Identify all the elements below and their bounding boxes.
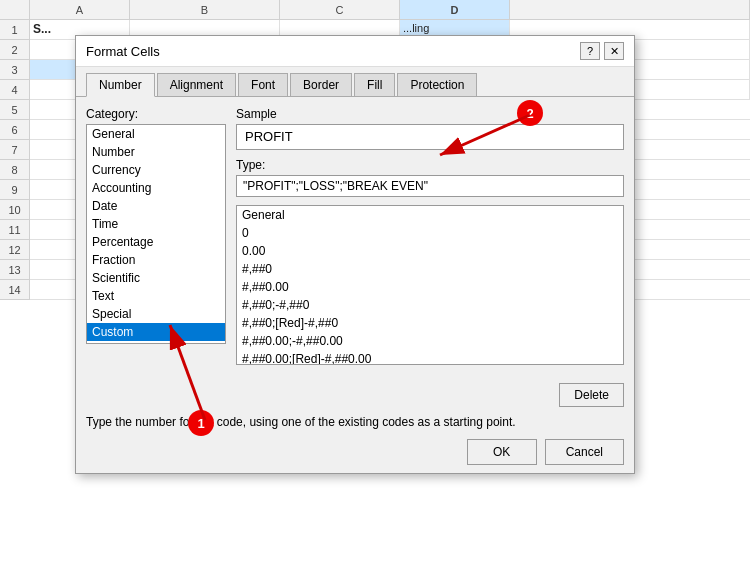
category-number[interactable]: Number xyxy=(87,143,225,161)
category-fraction[interactable]: Fraction xyxy=(87,251,225,269)
row-5: 5 xyxy=(0,100,30,120)
cancel-button[interactable]: Cancel xyxy=(545,439,624,465)
dialog-footer: Delete Type the number format code, usin… xyxy=(76,375,634,473)
row-13: 13 xyxy=(0,260,30,280)
col-header-d: D xyxy=(400,0,510,20)
format-hash-dec-red[interactable]: #,##0.00;[Red]-#,##0.00 xyxy=(237,350,623,365)
category-panel: Category: General Number Currency Accoun… xyxy=(86,107,226,365)
row-8: 8 xyxy=(0,160,30,180)
format-hash-0.00[interactable]: #,##0.00 xyxy=(237,278,623,296)
tab-number[interactable]: Number xyxy=(86,73,155,97)
dialog-title: Format Cells xyxy=(86,44,160,59)
format-0.00[interactable]: 0.00 xyxy=(237,242,623,260)
type-label: Type: xyxy=(236,158,624,172)
type-section: Type: xyxy=(236,158,624,197)
row-12: 12 xyxy=(0,240,30,260)
format-list[interactable]: General 0 0.00 #,##0 #,##0.00 #,##0;-#,#… xyxy=(236,205,624,365)
category-general[interactable]: General xyxy=(87,125,225,143)
hint-text: Type the number format code, using one o… xyxy=(86,415,624,429)
col-header-b: B xyxy=(130,0,280,20)
dialog-tabs: Number Alignment Font Border Fill Protec… xyxy=(76,67,634,97)
row-headers: 1 2 3 4 5 6 7 8 9 10 11 12 13 14 xyxy=(0,20,30,300)
tab-font[interactable]: Font xyxy=(238,73,288,96)
row-11: 11 xyxy=(0,220,30,240)
column-headers: A B C D xyxy=(0,0,750,20)
category-label: Category: xyxy=(86,107,226,121)
category-scientific[interactable]: Scientific xyxy=(87,269,225,287)
help-button[interactable]: ? xyxy=(580,42,600,60)
row-1: 1 xyxy=(0,20,30,40)
category-percentage[interactable]: Percentage xyxy=(87,233,225,251)
row-9: 9 xyxy=(0,180,30,200)
col-header-c: C xyxy=(280,0,400,20)
ok-cancel-buttons: OK Cancel xyxy=(86,439,624,465)
sample-section: Sample PROFIT xyxy=(236,107,624,150)
type-input[interactable] xyxy=(236,175,624,197)
row-6: 6 xyxy=(0,120,30,140)
tab-protection[interactable]: Protection xyxy=(397,73,477,96)
format-0[interactable]: 0 xyxy=(237,224,623,242)
format-hash-red[interactable]: #,##0;[Red]-#,##0 xyxy=(237,314,623,332)
row-14: 14 xyxy=(0,280,30,300)
row-4: 4 xyxy=(0,80,30,100)
col-header-a: A xyxy=(30,0,130,20)
format-hash-0[interactable]: #,##0 xyxy=(237,260,623,278)
delete-button[interactable]: Delete xyxy=(559,383,624,407)
category-custom[interactable]: Custom xyxy=(87,323,225,341)
format-cells-dialog: Format Cells ? ✕ Number Alignment Font B… xyxy=(75,35,635,474)
sample-box: PROFIT xyxy=(236,124,624,150)
category-time[interactable]: Time xyxy=(87,215,225,233)
category-list[interactable]: General Number Currency Accounting Date … xyxy=(86,124,226,344)
row-10: 10 xyxy=(0,200,30,220)
row-2: 2 xyxy=(0,40,30,60)
category-text[interactable]: Text xyxy=(87,287,225,305)
row-3: 3 xyxy=(0,60,30,80)
category-currency[interactable]: Currency xyxy=(87,161,225,179)
tab-alignment[interactable]: Alignment xyxy=(157,73,236,96)
category-accounting[interactable]: Accounting xyxy=(87,179,225,197)
format-general[interactable]: General xyxy=(237,206,623,224)
tab-fill[interactable]: Fill xyxy=(354,73,395,96)
ok-button[interactable]: OK xyxy=(467,439,537,465)
col-header-rest xyxy=(510,0,750,20)
footer-actions: Delete xyxy=(86,383,624,407)
format-hash-neg[interactable]: #,##0;-#,##0 xyxy=(237,296,623,314)
close-button[interactable]: ✕ xyxy=(604,42,624,60)
right-panel: Sample PROFIT Type: General 0 0.00 #,##0… xyxy=(236,107,624,365)
corner-cell xyxy=(0,0,30,20)
dialog-body: Category: General Number Currency Accoun… xyxy=(76,97,634,375)
sample-label: Sample xyxy=(236,107,624,121)
dialog-title-bar: Format Cells ? ✕ xyxy=(76,36,634,67)
category-date[interactable]: Date xyxy=(87,197,225,215)
tab-border[interactable]: Border xyxy=(290,73,352,96)
category-special[interactable]: Special xyxy=(87,305,225,323)
format-hash-dec-neg[interactable]: #,##0.00;-#,##0.00 xyxy=(237,332,623,350)
dialog-controls: ? ✕ xyxy=(580,42,624,60)
row-7: 7 xyxy=(0,140,30,160)
